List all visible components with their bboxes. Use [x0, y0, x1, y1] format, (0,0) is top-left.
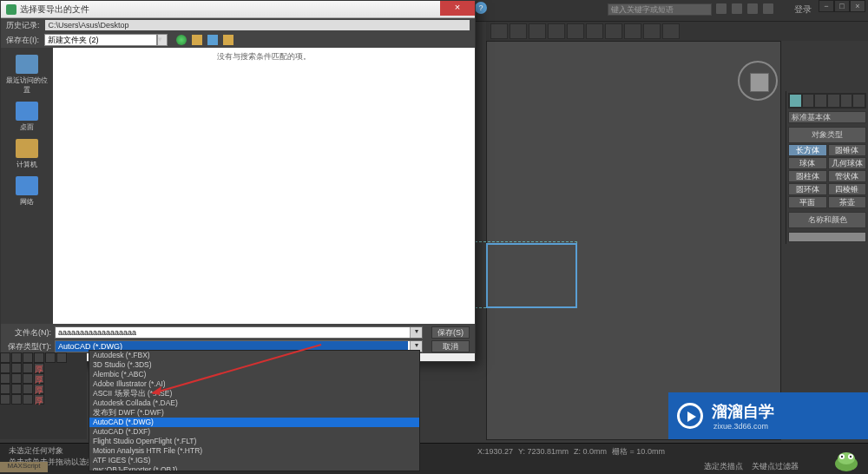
primitive-button[interactable]: 平面 — [788, 196, 827, 208]
empty-message: 没有与搜索条件匹配的项。 — [217, 52, 311, 61]
filetype-option[interactable]: AutoCAD (*.DXF) — [89, 427, 419, 437]
place-icon — [16, 55, 38, 74]
title-icon-row — [716, 3, 773, 14]
primitive-button[interactable]: 茶壶 — [828, 196, 867, 208]
primitive-button[interactable]: 几何球体 — [828, 157, 867, 169]
coord-y: Y: 7230.81mm — [518, 447, 569, 456]
login-link[interactable]: 登录 — [794, 3, 812, 16]
status-filter1[interactable]: 选定类描点 — [704, 462, 743, 471]
places-item[interactable]: 网络 — [5, 174, 49, 208]
primitive-button[interactable]: 管状体 — [828, 170, 867, 182]
filetype-option[interactable]: Autodesk (*.FBX) — [89, 351, 419, 360]
primitive-button[interactable]: 圆锥体 — [828, 144, 867, 156]
svg-point-6 — [841, 456, 843, 458]
min-button[interactable]: − — [819, 0, 834, 12]
primitive-button[interactable]: 长方体 — [788, 144, 827, 156]
toolbar-btn[interactable] — [548, 23, 565, 39]
user-icon[interactable] — [763, 3, 773, 14]
rollout-object-type[interactable]: 对象类型 — [788, 127, 866, 143]
coord-x: X:1930.27 — [477, 447, 513, 456]
app-icon — [6, 4, 16, 15]
up-icon[interactable] — [192, 35, 202, 45]
modify-tab[interactable] — [803, 95, 814, 107]
coord-z: Z: 0.0mm — [574, 447, 607, 456]
cartoon-mascot-icon — [833, 446, 859, 472]
dialog-close-button[interactable]: × — [440, 1, 475, 16]
export-file-dialog: 选择要导出的文件 × 历史记录: C:\Users\Asus\Desktop 保… — [0, 0, 476, 362]
primitive-button[interactable]: 圆环体 — [788, 183, 827, 195]
toolbar-btn[interactable] — [624, 23, 641, 39]
watermark: 溜溜自学 zixue.3d66.com — [668, 392, 868, 439]
places-item[interactable]: 桌面 — [5, 100, 49, 134]
filetype-option[interactable]: Autodesk Collada (*.DAE) — [89, 398, 419, 408]
filetype-option[interactable]: Alembic (*.ABC) — [89, 370, 419, 379]
filetype-option[interactable]: 发布到 DWF (*.DWF) — [89, 408, 419, 418]
toolbar-btn[interactable] — [567, 23, 584, 39]
selected-rectangle[interactable] — [486, 243, 577, 308]
help-search-input[interactable]: 键入关键字或短语 — [608, 3, 712, 16]
filetype-option[interactable]: 3D Studio (*.3DS) — [89, 360, 419, 370]
history-dropdown[interactable]: C:\Users\Asus\Desktop — [45, 20, 470, 30]
views-icon[interactable] — [223, 35, 233, 45]
back-icon[interactable] — [176, 35, 187, 45]
filetype-option[interactable]: ASCII 场景导出 (*.ASE) — [89, 389, 419, 398]
filename-label: 文件名(N): — [6, 327, 51, 339]
utility-tab[interactable] — [853, 95, 865, 107]
dialog-titlebar[interactable]: 选择要导出的文件 × — [1, 1, 475, 18]
places-item[interactable]: 最近访问的位置 — [5, 53, 49, 96]
toolbar-btn[interactable] — [490, 23, 508, 39]
icon2[interactable] — [732, 3, 742, 14]
toolbar-btn[interactable] — [586, 23, 603, 39]
filetype-option[interactable]: Flight Studio OpenFlight (*.FLT) — [89, 437, 419, 446]
newfolder-icon[interactable] — [207, 35, 218, 45]
primitive-button[interactable]: 球体 — [788, 157, 827, 169]
place-label: 网络 — [5, 197, 49, 207]
timeline-ruler[interactable]: X:1930.27 Y: 7230.81mm Z: 0.0mm 栅格 = 10.… — [477, 444, 781, 458]
display-tab[interactable] — [841, 95, 852, 107]
create-tab[interactable] — [790, 95, 801, 107]
status-filter2[interactable]: 关键点过滤器 — [752, 462, 799, 471]
viewport[interactable] — [486, 41, 781, 440]
play-logo-icon — [677, 403, 703, 429]
category-dropdown[interactable]: 标准基本体 — [788, 111, 866, 123]
place-icon — [16, 176, 38, 195]
location-drop-button[interactable]: ▾ — [157, 34, 168, 46]
maxscript-tab[interactable]: MAXScript — [0, 462, 48, 472]
hierarchy-tab[interactable] — [815, 95, 826, 107]
primitive-button[interactable]: 四棱锥 — [828, 183, 867, 195]
filetype-option[interactable]: Adobe Illustrator (*.AI) — [89, 379, 419, 389]
rollout-name-color[interactable]: 名称和颜色 — [788, 212, 866, 228]
window-controls: − □ × — [819, 0, 865, 12]
app-icon: ? — [475, 2, 487, 14]
star-icon[interactable] — [747, 3, 758, 14]
command-panel: 标准基本体 对象类型 长方体圆锥体球体几何球体圆柱体管状体圆环体四棱锥平面茶壶 … — [786, 91, 868, 244]
filetype-option[interactable]: ATF IGES (*.IGS) — [89, 456, 419, 465]
color-swatch[interactable] — [788, 232, 866, 242]
filetype-option[interactable]: AutoCAD (*.DWG) — [89, 418, 419, 427]
filetype-option[interactable]: Motion Analysis HTR File (*.HTR) — [89, 446, 419, 456]
place-label: 桌面 — [5, 122, 49, 132]
filetype-dropdown-list[interactable]: Autodesk (*.FBX)3D Studio (*.3DS)Alembic… — [89, 350, 420, 471]
location-input[interactable] — [44, 34, 157, 46]
toolbar-btn[interactable] — [529, 23, 546, 39]
viewcube[interactable] — [738, 61, 781, 104]
toolbar-btn[interactable] — [605, 23, 622, 39]
grid-label: 栅格 = 10.0mm — [612, 446, 665, 458]
filetype-option[interactable]: gw::OBJ-Exporter (*.OBJ) — [89, 465, 419, 471]
toolbar-btn[interactable] — [510, 23, 527, 39]
filename-input[interactable] — [56, 327, 410, 338]
cancel-button[interactable]: 取消 — [431, 340, 470, 352]
filename-combo[interactable]: ▾ — [55, 326, 423, 339]
file-list-area[interactable]: 没有与搜索条件匹配的项。 — [53, 48, 475, 324]
icon1[interactable] — [716, 3, 727, 14]
save-button[interactable]: 保存(S) — [431, 326, 470, 339]
max-button[interactable]: □ — [834, 0, 850, 12]
motion-tab[interactable] — [828, 95, 839, 107]
toolbar-btn[interactable] — [643, 23, 661, 39]
close-button[interactable]: × — [850, 0, 865, 12]
primitive-button[interactable]: 圆柱体 — [788, 170, 827, 182]
left-toolbar-peek: 厚 厚 厚 厚 — [0, 352, 87, 439]
toolbar-btn[interactable] — [662, 23, 680, 39]
places-item[interactable]: 计算机 — [5, 137, 49, 171]
filename-drop-icon[interactable]: ▾ — [410, 327, 422, 338]
